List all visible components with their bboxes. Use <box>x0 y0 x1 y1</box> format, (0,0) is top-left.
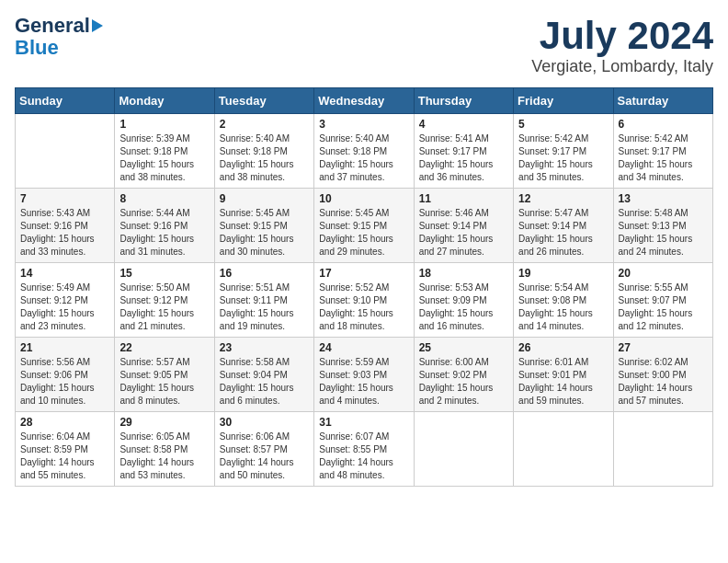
logo-blue: Blue <box>15 37 59 59</box>
table-row <box>514 412 613 487</box>
header-thursday: Thursday <box>414 88 513 114</box>
day-number: 28 <box>20 416 109 429</box>
day-number: 21 <box>20 341 109 354</box>
day-number: 23 <box>220 341 309 354</box>
header-sunday: Sunday <box>16 88 115 114</box>
day-number: 16 <box>220 267 309 280</box>
day-number: 17 <box>319 267 408 280</box>
title-area: July 2024 Vergiate, Lombardy, Italy <box>531 15 713 76</box>
table-row: 19Sunrise: 5:54 AMSunset: 9:08 PMDayligh… <box>514 263 613 338</box>
day-number: 3 <box>319 118 408 131</box>
table-row: 1Sunrise: 5:39 AMSunset: 9:18 PMDaylight… <box>115 114 214 189</box>
day-number: 11 <box>419 192 508 205</box>
day-info: Sunrise: 6:07 AMSunset: 8:55 PMDaylight:… <box>319 431 408 482</box>
table-row: 21Sunrise: 5:56 AMSunset: 9:06 PMDayligh… <box>16 338 115 412</box>
header-wednesday: Wednesday <box>314 88 414 114</box>
table-row: 31Sunrise: 6:07 AMSunset: 8:55 PMDayligh… <box>314 412 414 487</box>
day-info: Sunrise: 6:04 AMSunset: 8:59 PMDaylight:… <box>20 431 109 482</box>
table-row: 8Sunrise: 5:44 AMSunset: 9:16 PMDaylight… <box>115 189 214 263</box>
table-row: 29Sunrise: 6:05 AMSunset: 8:58 PMDayligh… <box>115 412 214 487</box>
header-friday: Friday <box>514 88 613 114</box>
day-info: Sunrise: 5:51 AMSunset: 9:11 PMDaylight:… <box>220 282 309 333</box>
table-row <box>613 412 712 487</box>
day-info: Sunrise: 5:57 AMSunset: 9:05 PMDaylight:… <box>119 356 209 408</box>
table-row: 9Sunrise: 5:45 AMSunset: 9:15 PMDaylight… <box>214 189 313 263</box>
day-info: Sunrise: 5:52 AMSunset: 9:10 PMDaylight:… <box>319 282 408 333</box>
month-year: July 2024 <box>531 15 713 57</box>
day-info: Sunrise: 6:05 AMSunset: 8:58 PMDaylight:… <box>119 431 209 482</box>
day-info: Sunrise: 5:54 AMSunset: 9:08 PMDaylight:… <box>518 282 608 333</box>
table-row: 14Sunrise: 5:49 AMSunset: 9:12 PMDayligh… <box>16 263 115 338</box>
day-info: Sunrise: 5:49 AMSunset: 9:12 PMDaylight:… <box>20 282 109 333</box>
table-row: 11Sunrise: 5:46 AMSunset: 9:14 PMDayligh… <box>414 189 513 263</box>
table-row: 23Sunrise: 5:58 AMSunset: 9:04 PMDayligh… <box>214 338 313 412</box>
calendar-header-row: Sunday Monday Tuesday Wednesday Thursday… <box>16 88 713 114</box>
day-number: 15 <box>119 267 209 280</box>
day-info: Sunrise: 5:42 AMSunset: 9:17 PMDaylight:… <box>619 132 708 184</box>
day-info: Sunrise: 5:56 AMSunset: 9:06 PMDaylight:… <box>20 356 109 408</box>
day-number: 8 <box>119 192 209 205</box>
table-row: 17Sunrise: 5:52 AMSunset: 9:10 PMDayligh… <box>314 263 414 338</box>
day-info: Sunrise: 5:59 AMSunset: 9:03 PMDaylight:… <box>319 356 408 408</box>
table-row: 15Sunrise: 5:50 AMSunset: 9:12 PMDayligh… <box>115 263 214 338</box>
day-info: Sunrise: 5:42 AMSunset: 9:17 PMDaylight:… <box>518 132 608 184</box>
day-info: Sunrise: 6:01 AMSunset: 9:01 PMDaylight:… <box>518 356 608 408</box>
day-number: 12 <box>518 192 608 205</box>
calendar-week-row: 14Sunrise: 5:49 AMSunset: 9:12 PMDayligh… <box>16 263 713 338</box>
day-info: Sunrise: 5:55 AMSunset: 9:07 PMDaylight:… <box>619 282 708 333</box>
table-row: 18Sunrise: 5:53 AMSunset: 9:09 PMDayligh… <box>414 263 513 338</box>
day-number: 2 <box>220 118 309 131</box>
day-number: 5 <box>518 118 608 131</box>
table-row <box>414 412 513 487</box>
day-number: 4 <box>419 118 508 131</box>
header-monday: Monday <box>115 88 214 114</box>
table-row: 10Sunrise: 5:45 AMSunset: 9:15 PMDayligh… <box>314 189 414 263</box>
day-number: 27 <box>619 341 708 354</box>
table-row: 20Sunrise: 5:55 AMSunset: 9:07 PMDayligh… <box>613 263 712 338</box>
day-number: 30 <box>220 416 309 429</box>
table-row: 3Sunrise: 5:40 AMSunset: 9:18 PMDaylight… <box>314 114 414 189</box>
table-row: 30Sunrise: 6:06 AMSunset: 8:57 PMDayligh… <box>214 412 313 487</box>
day-info: Sunrise: 5:40 AMSunset: 9:18 PMDaylight:… <box>220 132 309 184</box>
day-number: 7 <box>20 192 109 205</box>
day-number: 9 <box>220 192 309 205</box>
table-row: 28Sunrise: 6:04 AMSunset: 8:59 PMDayligh… <box>16 412 115 487</box>
header-saturday: Saturday <box>613 88 712 114</box>
day-info: Sunrise: 5:44 AMSunset: 9:16 PMDaylight:… <box>119 207 209 259</box>
day-number: 1 <box>119 118 209 131</box>
day-number: 22 <box>119 341 209 354</box>
day-number: 20 <box>619 267 708 280</box>
day-info: Sunrise: 6:00 AMSunset: 9:02 PMDaylight:… <box>419 356 508 408</box>
table-row: 13Sunrise: 5:48 AMSunset: 9:13 PMDayligh… <box>613 189 712 263</box>
day-number: 29 <box>119 416 209 429</box>
day-info: Sunrise: 5:53 AMSunset: 9:09 PMDaylight:… <box>419 282 508 333</box>
table-row: 24Sunrise: 5:59 AMSunset: 9:03 PMDayligh… <box>314 338 414 412</box>
day-info: Sunrise: 5:50 AMSunset: 9:12 PMDaylight:… <box>119 282 209 333</box>
day-info: Sunrise: 5:43 AMSunset: 9:16 PMDaylight:… <box>20 207 109 259</box>
day-info: Sunrise: 5:47 AMSunset: 9:14 PMDaylight:… <box>518 207 608 259</box>
calendar-table: Sunday Monday Tuesday Wednesday Thursday… <box>15 87 713 487</box>
day-number: 13 <box>619 192 708 205</box>
table-row: 27Sunrise: 6:02 AMSunset: 9:00 PMDayligh… <box>613 338 712 412</box>
day-info: Sunrise: 5:45 AMSunset: 9:15 PMDaylight:… <box>319 207 408 259</box>
table-row: 6Sunrise: 5:42 AMSunset: 9:17 PMDaylight… <box>613 114 712 189</box>
table-row: 22Sunrise: 5:57 AMSunset: 9:05 PMDayligh… <box>115 338 214 412</box>
table-row: 26Sunrise: 6:01 AMSunset: 9:01 PMDayligh… <box>514 338 613 412</box>
page-header: General Blue July 2024 Vergiate, Lombard… <box>15 15 713 76</box>
calendar-week-row: 7Sunrise: 5:43 AMSunset: 9:16 PMDaylight… <box>16 189 713 263</box>
calendar-week-row: 21Sunrise: 5:56 AMSunset: 9:06 PMDayligh… <box>16 338 713 412</box>
location: Vergiate, Lombardy, Italy <box>531 57 713 76</box>
table-row: 16Sunrise: 5:51 AMSunset: 9:11 PMDayligh… <box>214 263 313 338</box>
header-tuesday: Tuesday <box>214 88 313 114</box>
day-number: 18 <box>419 267 508 280</box>
day-number: 6 <box>619 118 708 131</box>
day-number: 31 <box>319 416 408 429</box>
day-number: 25 <box>419 341 508 354</box>
day-number: 10 <box>319 192 408 205</box>
table-row: 2Sunrise: 5:40 AMSunset: 9:18 PMDaylight… <box>214 114 313 189</box>
logo: General Blue <box>15 15 103 59</box>
day-number: 26 <box>518 341 608 354</box>
table-row: 5Sunrise: 5:42 AMSunset: 9:17 PMDaylight… <box>514 114 613 189</box>
table-row: 25Sunrise: 6:00 AMSunset: 9:02 PMDayligh… <box>414 338 513 412</box>
table-row <box>16 114 115 189</box>
